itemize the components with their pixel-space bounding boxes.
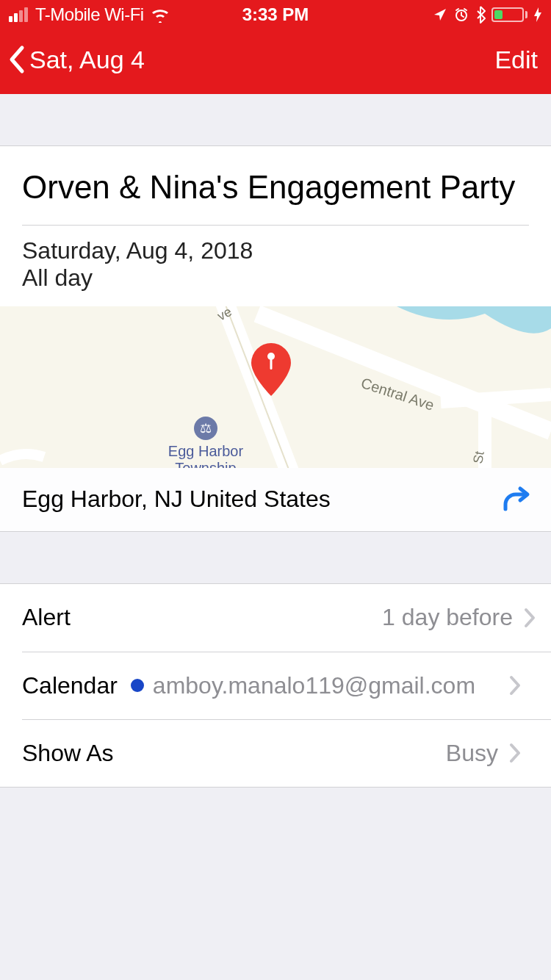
alert-value: 1 day before [382, 604, 513, 631]
directions-button[interactable] [501, 484, 532, 515]
event-title: Orven & Nina's Engagement Party [22, 168, 529, 207]
back-button[interactable]: Sat, Aug 4 [7, 43, 145, 76]
svg-text:St: St [470, 450, 487, 464]
location-map[interactable]: Central Ave St ve ⚖ Egg Harbor Township … [0, 306, 551, 468]
map-poi-label: ⚖ Egg Harbor Township Municipal [147, 417, 264, 468]
back-label: Sat, Aug 4 [29, 46, 145, 74]
svg-rect-5 [270, 358, 273, 370]
calendar-color-dot [131, 679, 144, 692]
showas-row[interactable]: Show As Busy [22, 719, 551, 787]
status-clock: 3:33 PM [242, 4, 309, 25]
calendar-row[interactable]: Calendar amboy.manalo119@gmail.com [22, 652, 551, 719]
location-address-row[interactable]: Egg Harbor, NJ United States [0, 468, 551, 532]
showas-label: Show As [22, 740, 114, 767]
status-right [433, 6, 542, 24]
status-left: T-Mobile Wi-Fi [9, 4, 170, 25]
edit-button[interactable]: Edit [494, 46, 538, 74]
calendar-label: Calendar [22, 672, 118, 699]
charging-icon [533, 7, 542, 23]
event-allday: All day [22, 264, 529, 292]
bluetooth-icon [475, 6, 486, 24]
status-bar: T-Mobile Wi-Fi 3:33 PM [0, 0, 551, 29]
event-settings: Alert 1 day before Calendar amboy.manalo… [0, 583, 551, 788]
map-pin-icon [248, 340, 294, 399]
carrier-label: T-Mobile Wi-Fi [35, 4, 144, 25]
showas-value: Busy [446, 740, 498, 767]
chevron-left-icon [7, 43, 28, 76]
scales-icon: ⚖ [194, 417, 217, 440]
chevron-right-icon [508, 742, 522, 764]
spacer [0, 532, 551, 583]
nav-bar: Sat, Aug 4 Edit [0, 29, 551, 94]
event-date: Saturday, Aug 4, 2018 [22, 237, 529, 264]
directions-arrow-icon [501, 484, 532, 515]
cell-signal-icon [9, 7, 28, 22]
alert-label: Alert [22, 604, 71, 631]
battery-icon [491, 7, 527, 22]
location-address: Egg Harbor, NJ United States [22, 486, 331, 513]
location-icon [433, 7, 447, 22]
chevron-right-icon [523, 607, 536, 629]
calendar-value: amboy.manalo119@gmail.com [153, 672, 475, 699]
event-datetime: Saturday, Aug 4, 2018 All day [22, 226, 529, 306]
spacer [0, 94, 551, 145]
alarm-icon [453, 7, 469, 23]
wifi-icon [150, 7, 170, 23]
chevron-right-icon [508, 674, 522, 696]
alert-row[interactable]: Alert 1 day before [0, 584, 551, 652]
event-header: Orven & Nina's Engagement Party Saturday… [0, 145, 551, 306]
